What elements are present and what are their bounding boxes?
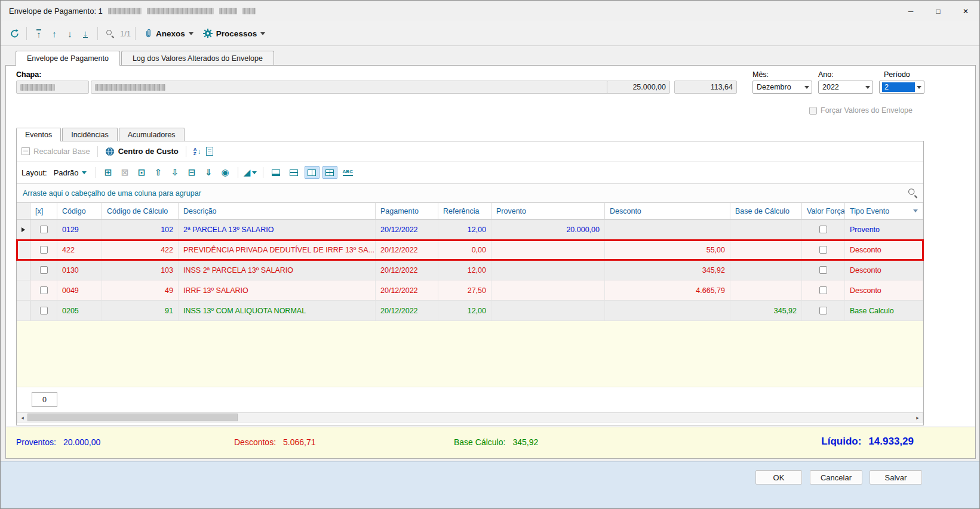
previous-record-button[interactable]: ↑ [47, 24, 62, 42]
move-up-icon[interactable]: ⇧ [152, 166, 165, 179]
valor-forcado-checkbox[interactable] [819, 226, 827, 233]
proventos-value: 20.000,00 [63, 437, 100, 447]
panel-icon[interactable]: ⊟ [185, 166, 199, 179]
cell-valor-forcado[interactable] [802, 220, 845, 239]
scroll-left-icon[interactable]: ◂ [17, 413, 27, 422]
filter-arrow-icon[interactable] [913, 209, 918, 212]
nome-field[interactable] [91, 81, 609, 94]
chapa-field[interactable] [16, 81, 89, 94]
down-arrow-icon: ↓ [67, 30, 72, 38]
cell-tipo-evento: Provento [845, 220, 923, 239]
tab-incidencias[interactable]: Incidências [62, 128, 118, 141]
anexos-button[interactable]: Anexos [140, 24, 198, 42]
header-valor-forcado[interactable]: Valor Forçado [802, 203, 845, 219]
cell-valor-forcado[interactable] [802, 280, 845, 300]
view-grid-icon[interactable] [322, 166, 337, 179]
layout-preset-dropdown[interactable]: Padrão [50, 167, 90, 178]
valor-hora-field[interactable]: 113,64 [674, 81, 737, 94]
horizontal-scrollbar[interactable]: ◂ ▸ [17, 412, 923, 422]
cell-valor-forcado[interactable] [802, 240, 845, 260]
tab-eventos[interactable]: Eventos [16, 128, 61, 141]
valor-forcado-checkbox[interactable] [819, 286, 827, 294]
header-codigo[interactable]: Código [57, 203, 102, 219]
centro-de-custo-button[interactable]: Centro de Custo [105, 147, 179, 156]
row-check-cell[interactable] [30, 301, 57, 320]
row-checkbox[interactable] [40, 307, 48, 314]
tab-acumuladores[interactable]: Acumuladores [119, 128, 185, 141]
header-descricao[interactable]: Descrição [179, 203, 376, 219]
row-checkbox[interactable] [40, 246, 48, 254]
close-button[interactable]: ✕ [952, 1, 979, 21]
scroll-right-icon[interactable]: ▸ [913, 413, 923, 422]
table-row-selected[interactable]: 422 422 PREVIDÊNCIA PRIVADA DEDUTÍVEL DE… [17, 240, 923, 260]
table-row[interactable]: 0129 102 2ª PARCELA 13º SALARIO 20/12/20… [17, 220, 923, 240]
cell-base-calculo [730, 240, 802, 260]
mes-select[interactable]: Dezembro [752, 81, 812, 94]
table-row[interactable]: 0205 91 INSS 13º COM ALIQUOTA NORMAL 20/… [17, 301, 923, 321]
row-checkbox[interactable] [40, 226, 48, 233]
header-referencia[interactable]: Referência [438, 203, 491, 219]
periodo-select[interactable]: 2 [879, 81, 924, 94]
search-button[interactable] [102, 24, 118, 42]
cell-valor-forcado[interactable] [802, 260, 845, 280]
sphere-icon[interactable]: ◉ [219, 166, 232, 179]
export-grid-icon[interactable] [206, 147, 213, 156]
row-checkbox[interactable] [40, 266, 48, 274]
view-single-icon[interactable] [269, 166, 284, 179]
view-split-vertical-icon[interactable] [305, 166, 320, 179]
maximize-button[interactable]: □ [924, 1, 952, 21]
header-check[interactable]: [x] [30, 203, 57, 219]
salvar-button[interactable]: Salvar [870, 470, 922, 485]
move-down-icon[interactable]: ⇩ [168, 166, 182, 179]
tab-log-valores-alterados[interactable]: Log dos Valores Alterados do Envelope [121, 51, 274, 65]
header-tipo-evento[interactable]: Tipo Evento [845, 203, 923, 219]
redacted-text [108, 8, 142, 14]
add-box-icon[interactable]: ⊞ [102, 166, 115, 179]
grid-search-icon[interactable] [908, 188, 918, 198]
header-provento[interactable]: Provento [491, 203, 605, 219]
ano-select[interactable]: 2022 [818, 81, 873, 94]
redacted-text [20, 84, 55, 91]
anexos-label: Anexos [156, 29, 185, 38]
valor-forcado-checkbox[interactable] [819, 266, 827, 274]
refresh-button[interactable] [7, 24, 22, 42]
cancelar-button[interactable]: Cancelar [810, 470, 862, 485]
ok-button[interactable]: OK [755, 470, 802, 485]
row-checkbox[interactable] [40, 286, 48, 294]
table-row[interactable]: 0130 103 INSS 2ª PARCELA 13º SALARIO 20/… [17, 260, 923, 280]
row-check-cell[interactable] [30, 280, 57, 300]
valor-forcado-checkbox[interactable] [819, 246, 827, 254]
chart-icon[interactable]: ◢ [244, 166, 257, 179]
cell-valor-forcado[interactable] [802, 301, 845, 320]
pin-down-icon[interactable]: ⇓ [202, 166, 216, 179]
import-box-icon[interactable]: ⊡ [135, 166, 149, 179]
row-check-cell[interactable] [30, 220, 57, 239]
valor-total-field[interactable]: 25.000,00 [607, 81, 670, 94]
valor-forcado-checkbox[interactable] [819, 307, 827, 314]
table-row[interactable]: 0049 49 IRRF 13º SALARIO 20/12/2022 27,5… [17, 280, 923, 301]
first-record-icon: ↑ [36, 29, 41, 38]
scrollbar-thumb[interactable] [27, 414, 238, 421]
totals-bar: Proventos:20.000,00 Descontos:5.066,71 B… [6, 427, 975, 458]
header-base-calculo[interactable]: Base de Cálculo [730, 203, 802, 219]
next-record-button[interactable]: ↓ [62, 24, 78, 42]
header-codigo-calculo[interactable]: Código de Cálculo [102, 203, 179, 219]
cell-descricao: IRRF 13º SALARIO [179, 280, 376, 300]
row-check-cell[interactable] [30, 260, 57, 280]
sort-az-icon[interactable]: AZ↓ [193, 147, 201, 156]
header-label: Desconto [610, 207, 641, 215]
first-record-button[interactable]: ↑ [31, 24, 47, 42]
row-check-cell[interactable] [30, 240, 57, 260]
separator [186, 146, 186, 157]
processos-button[interactable]: Processos [198, 24, 270, 42]
view-split-horizontal-icon[interactable] [287, 166, 302, 179]
group-by-bar[interactable]: Arraste aqui o cabeçalho de uma coluna p… [17, 184, 923, 203]
tab-envelope-de-pagamento[interactable]: Envelope de Pagamento [16, 51, 120, 66]
header-pagamento[interactable]: Pagamento [376, 203, 438, 219]
minimize-button[interactable]: ─ [897, 1, 924, 21]
last-record-button[interactable]: ↓ [78, 24, 93, 42]
header-desconto[interactable]: Desconto [605, 203, 730, 219]
main-tabstrip: Envelope de Pagamento Log dos Valores Al… [16, 51, 275, 66]
cell-provento [491, 301, 605, 320]
spellcheck-icon[interactable]: ABC [343, 169, 353, 176]
